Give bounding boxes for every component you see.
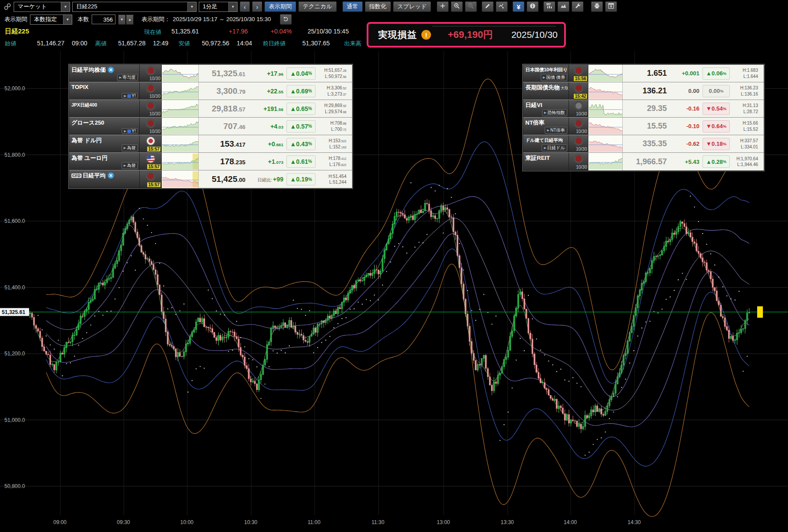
quote-row-nikkei-heikin[interactable]: 日経平均株価▶寄与度10/3051,325.61+17.96▲0.04%H:51…	[69, 65, 352, 82]
warning-icon[interactable]: !	[421, 30, 431, 40]
quote-value: 29,818.57	[199, 104, 245, 114]
count-decrement-button[interactable]: ▼	[118, 15, 126, 25]
quote-change: +1.073	[245, 158, 283, 165]
quote-title: 東証REIT	[525, 154, 550, 162]
quote-status-cell: 10/30	[569, 118, 588, 135]
quote-sub-button[interactable]: ▶NT倍率	[545, 127, 567, 134]
svg-text:14:00: 14:00	[564, 519, 577, 525]
settings-button[interactable]	[572, 1, 584, 12]
quote-sub-button[interactable]: ▶為替	[122, 162, 138, 169]
trendline-tool-button[interactable]	[496, 1, 508, 12]
quote-sub-button[interactable]: ▶日経ドル	[542, 144, 567, 151]
sparkline	[162, 82, 199, 100]
sparkline	[588, 82, 623, 100]
chevron-down-icon: ▼	[187, 2, 196, 11]
count-mode-value: 本数指定	[34, 15, 57, 23]
quote-sub-button[interactable]: ▶国債 債券	[541, 74, 567, 81]
market-dropdown-value: マーケット	[18, 3, 47, 11]
zoom-in-button[interactable]	[451, 1, 463, 12]
quote-sub-button[interactable]: ▶Y!	[122, 93, 138, 99]
chevron-right-icon: ▶	[124, 164, 126, 167]
quote-high: H:1,970.64	[730, 156, 758, 162]
quote-values-cell: 29,818.57+191.56▲0.65%H:29,869.92L:29,57…	[199, 100, 352, 117]
spread-mode-button[interactable]: スプレッド	[393, 1, 431, 12]
quote-low: L:1.644	[730, 74, 758, 80]
quote-high-low: H:51,454L:51,244	[316, 174, 348, 185]
quote-status-cell: 10/30	[140, 65, 162, 82]
interval-dropdown[interactable]: 1分足 ▼	[199, 2, 238, 12]
quote-row-usd-nikkei[interactable]: ドル建て日経平均▶日経ドル10/30335.35-0.62▼0.18%H:337…	[523, 135, 764, 153]
quote-high: H:51,657.28	[316, 67, 346, 74]
quote-low: L:15.52	[730, 126, 758, 133]
sparkline	[162, 118, 199, 135]
count-mode-dropdown[interactable]: 本数指定 ▼	[30, 15, 72, 25]
low-value: 50,972.56	[202, 40, 229, 47]
market-closed-icon	[574, 101, 584, 111]
quote-high-low: H:153.522L:152.163	[316, 138, 348, 150]
quote-high-low: H:3,306.52L:3,273.37	[316, 85, 348, 97]
yen-display-button[interactable]: ¥	[513, 1, 524, 12]
quote-row-tse-reit[interactable]: 東証REIT10/301,966.57+5.43▲0.28%H:1,970.64…	[523, 153, 764, 170]
quote-change: +0.661	[245, 140, 283, 148]
zoom-out-button[interactable]	[465, 1, 477, 12]
quote-value: 1.651	[623, 69, 667, 78]
quote-sub-button[interactable]: ▶寄与度	[117, 74, 138, 81]
reset-period-button[interactable]	[280, 14, 292, 25]
quote-status-cell: 15:57	[140, 153, 162, 170]
quote-row-growth250[interactable]: グロース250▶Y!10/30707.46+4.03▲0.57%H:708.88…	[69, 118, 352, 135]
quote-row-nt-ratio[interactable]: NT倍率▶NT倍率10/3015.55-0.10▼0.64%H:15.66L:1…	[523, 118, 764, 135]
quote-sub-button[interactable]: ▶Y!	[122, 128, 138, 134]
draw-button[interactable]	[482, 1, 494, 12]
pencil-icon	[484, 3, 491, 11]
popout-window-button[interactable]	[605, 1, 617, 12]
indexed-mode-button[interactable]: 指数化	[365, 1, 391, 12]
quote-sub-button[interactable]: ▶為替	[122, 144, 138, 151]
print-button[interactable]	[591, 1, 603, 12]
bar-count-input[interactable]	[92, 15, 115, 24]
svg-text:51,200.0: 51,200.0	[4, 351, 25, 357]
quote-row-usdjpy[interactable]: 為替 ドル円▶為替15:57153.417+0.661▲0.43%H:153.5…	[69, 135, 352, 153]
zoom-in-icon	[453, 3, 460, 11]
quote-row-jgb10y[interactable]: 日本国債10年利回り▶国債 債券15:561.651+0.001▲0.06%H:…	[523, 65, 764, 82]
quote-row-nikkei-vi[interactable]: 日経VI▶恐怖指数10/3029.35-0.16▼0.54%H:31.13L:2…	[523, 100, 764, 118]
my-chart-button[interactable]: MY	[543, 1, 555, 12]
market-dropdown[interactable]: マーケット ▼	[14, 2, 70, 12]
quote-timestamp: 15:57	[147, 182, 160, 187]
next-button[interactable]: ›	[252, 1, 262, 12]
info-button[interactable]	[527, 1, 539, 12]
symbol-dropdown[interactable]: 日経225 ▼	[72, 2, 197, 12]
area-chart-button[interactable]	[558, 1, 569, 12]
low-time: 14:04	[237, 40, 252, 47]
quote-row-cfd-nikkei[interactable]: CFD日経平均15:5751,425.00日経比:+99▲0.19%H:51,4…	[69, 170, 352, 188]
sparkline	[162, 100, 199, 117]
market-status-icon	[574, 83, 584, 93]
display-period-button[interactable]: 表示期間	[264, 1, 296, 12]
quote-high: H:1.683	[730, 67, 758, 74]
link-icon[interactable]	[4, 3, 11, 11]
x-social-icon[interactable]	[108, 66, 114, 74]
normal-mode-button[interactable]: 通常	[342, 1, 363, 12]
quote-values-cell: 707.46+4.03▲0.57%H:708.88L:700.72	[199, 118, 352, 135]
prev-button[interactable]: ‹	[240, 1, 250, 12]
svg-text:10:30: 10:30	[244, 519, 257, 525]
quote-row-jgb-futures[interactable]: 長期国債先物大取15:42136.210.000.00%H:136.23L:13…	[523, 82, 764, 100]
price-change-pct: +0.04%	[271, 28, 292, 35]
technical-button[interactable]: テクニカル	[298, 1, 337, 12]
yen-icon: ¥	[517, 3, 520, 11]
count-increment-button[interactable]: ▲	[126, 15, 134, 25]
quote-change: -0.62	[667, 140, 699, 147]
quote-row-topix[interactable]: TOPIX▶Y!10/303,300.79+22.55▲0.69%H:3,306…	[69, 82, 352, 100]
info-icon	[529, 3, 536, 11]
quote-value: 335.35	[623, 139, 667, 148]
quote-label-cell: 日経VI▶恐怖指数	[523, 100, 569, 117]
quote-values-cell: 1,966.57+5.43▲0.28%H:1,970.64L:1,944.46	[623, 153, 764, 170]
quote-title: CFD日経平均	[71, 172, 114, 180]
yahoo-icon	[127, 129, 131, 133]
printer-icon	[594, 3, 600, 11]
x-social-icon[interactable]	[108, 172, 114, 180]
quote-change-pct-badge: ▲0.04%	[286, 67, 316, 80]
crosshair-button[interactable]	[437, 1, 449, 12]
quote-row-jpx-nikkei400[interactable]: JPX日経40010/3029,818.57+191.56▲0.65%H:29,…	[69, 100, 352, 118]
quote-row-eurjpy[interactable]: 為替 ユーロ円▶為替15:57178.235+1.073▲0.61%H:178.…	[69, 153, 352, 170]
quote-sub-button[interactable]: ▶恐怖指数	[542, 109, 567, 116]
